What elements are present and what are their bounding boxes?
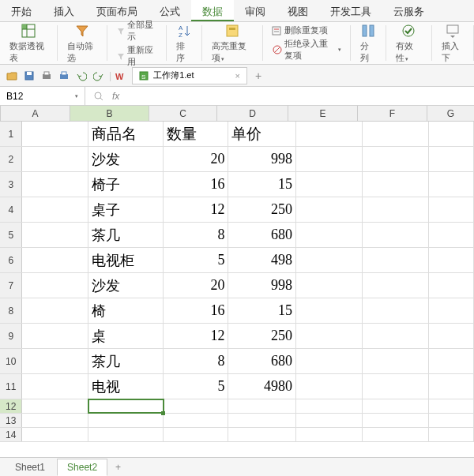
save-icon[interactable] <box>22 69 36 83</box>
row-header-6[interactable]: 6 <box>0 248 22 272</box>
row-header-3[interactable]: 3 <box>0 172 22 197</box>
cell-C1[interactable]: 数量 <box>164 122 228 146</box>
col-header-F[interactable]: F <box>358 106 427 121</box>
sheet-tab-Sheet2[interactable]: Sheet2 <box>57 459 107 476</box>
cell-E5[interactable] <box>296 223 363 247</box>
cell-E14[interactable] <box>296 428 363 441</box>
cell-G4[interactable] <box>429 197 474 222</box>
cell-F13[interactable] <box>363 414 429 427</box>
cell-E9[interactable] <box>296 324 363 348</box>
cell-A14[interactable] <box>22 428 88 441</box>
name-box[interactable]: B12 ▾ <box>0 87 85 105</box>
cell-C11[interactable]: 5 <box>164 374 228 399</box>
menu-tab-0[interactable]: 开始 <box>0 0 43 21</box>
close-doc-icon[interactable]: × <box>235 71 239 81</box>
cell-G13[interactable] <box>429 414 474 427</box>
pivot-table-button[interactable]: 数据透视表 <box>6 21 51 66</box>
cell-E11[interactable] <box>296 374 363 399</box>
col-header-G[interactable]: G <box>427 106 474 121</box>
cell-F2[interactable] <box>363 147 429 171</box>
cell-F14[interactable] <box>363 428 429 441</box>
chevron-down-icon[interactable]: ▾ <box>75 93 78 99</box>
cell-B9[interactable]: 桌 <box>88 324 164 348</box>
sheet-tab-Sheet1[interactable]: Sheet1 <box>5 459 55 476</box>
menu-tab-5[interactable]: 审阅 <box>234 0 276 21</box>
cell-G11[interactable] <box>429 374 474 399</box>
cell-F8[interactable] <box>363 298 429 323</box>
validation-button[interactable]: 有效性▾ <box>393 21 425 66</box>
open-icon[interactable] <box>5 69 19 83</box>
cell-E6[interactable] <box>296 248 363 272</box>
add-sheet-button[interactable]: + <box>109 462 127 473</box>
cell-C14[interactable] <box>164 428 228 441</box>
row-header-7[interactable]: 7 <box>0 273 22 298</box>
cell-B11[interactable]: 电视 <box>88 374 164 399</box>
row-header-4[interactable]: 4 <box>0 197 22 222</box>
col-header-C[interactable]: C <box>149 106 217 121</box>
cell-B7[interactable]: 沙发 <box>88 273 164 298</box>
menu-tab-8[interactable]: 云服务 <box>382 0 435 21</box>
cell-C12[interactable] <box>164 399 228 413</box>
cell-B1[interactable]: 商品名 <box>88 122 164 146</box>
cell-E8[interactable] <box>296 298 363 323</box>
sort-button[interactable]: AZ 排序 <box>173 21 195 66</box>
row-header-8[interactable]: 8 <box>0 298 22 323</box>
cell-B10[interactable]: 茶几 <box>88 349 164 373</box>
cell-B6[interactable]: 电视柜 <box>88 248 164 272</box>
reject-dup-button[interactable]: 拒绝录入重复项▾ <box>269 37 344 62</box>
menu-tab-7[interactable]: 开发工具 <box>319 0 382 21</box>
cell-C3[interactable]: 16 <box>164 172 228 197</box>
cell-D12[interactable] <box>228 399 296 413</box>
cell-A2[interactable] <box>22 147 88 171</box>
cell-E1[interactable] <box>296 122 363 146</box>
cell-D4[interactable]: 250 <box>228 197 296 222</box>
cell-C7[interactable]: 20 <box>164 273 228 298</box>
row-header-13[interactable]: 13 <box>0 414 22 427</box>
cell-G7[interactable] <box>429 273 474 298</box>
search-icon[interactable] <box>93 91 104 102</box>
wps-logo-icon[interactable]: W <box>115 69 129 83</box>
fx-icon[interactable]: fx <box>112 91 119 102</box>
cell-D9[interactable]: 250 <box>228 324 296 348</box>
cell-B3[interactable]: 椅子 <box>88 172 164 197</box>
cell-E7[interactable] <box>296 273 363 298</box>
cell-C4[interactable]: 12 <box>164 197 228 222</box>
cell-A10[interactable] <box>22 349 88 373</box>
cell-G6[interactable] <box>429 248 474 272</box>
row-header-10[interactable]: 10 <box>0 349 22 373</box>
col-header-B[interactable]: B <box>70 106 149 121</box>
cell-C8[interactable]: 16 <box>164 298 228 323</box>
row-header-5[interactable]: 5 <box>0 223 22 247</box>
cell-E10[interactable] <box>296 349 363 373</box>
cell-A4[interactable] <box>22 197 88 222</box>
cell-G12[interactable] <box>429 399 474 413</box>
menu-tab-4[interactable]: 数据 <box>191 0 234 21</box>
cell-C6[interactable]: 5 <box>164 248 228 272</box>
cell-B13[interactable] <box>88 414 164 427</box>
row-header-11[interactable]: 11 <box>0 374 22 399</box>
menu-tab-1[interactable]: 插入 <box>43 0 85 21</box>
cell-D5[interactable]: 680 <box>228 223 296 247</box>
cell-F1[interactable] <box>363 122 429 146</box>
undo-icon[interactable] <box>74 69 88 83</box>
document-tab[interactable]: S 工作簿1.et × <box>132 67 247 84</box>
cell-A7[interactable] <box>22 273 88 298</box>
print-icon[interactable] <box>57 69 71 83</box>
cell-B14[interactable] <box>88 428 164 441</box>
cell-B2[interactable]: 沙发 <box>88 147 164 171</box>
cell-D8[interactable]: 15 <box>228 298 296 323</box>
redo-icon[interactable] <box>92 69 106 83</box>
cell-A5[interactable] <box>22 223 88 247</box>
row-header-12[interactable]: 12 <box>0 399 22 413</box>
cell-B4[interactable]: 桌子 <box>88 197 164 222</box>
cell-F4[interactable] <box>363 197 429 222</box>
cell-C2[interactable]: 20 <box>164 147 228 171</box>
cell-B8[interactable]: 椅 <box>88 298 164 323</box>
row-header-2[interactable]: 2 <box>0 147 22 171</box>
cell-A11[interactable] <box>22 374 88 399</box>
cell-F11[interactable] <box>363 374 429 399</box>
cell-C5[interactable]: 8 <box>164 223 228 247</box>
add-doc-button[interactable]: + <box>250 69 266 82</box>
cell-D13[interactable] <box>228 414 296 427</box>
cell-C9[interactable]: 12 <box>164 324 228 348</box>
